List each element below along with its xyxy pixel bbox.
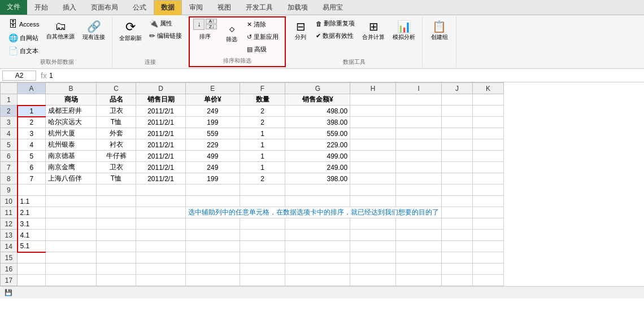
cell-E5[interactable]: 229 bbox=[186, 139, 240, 151]
cell-B6[interactable]: 南京德基 bbox=[46, 151, 97, 162]
cell-K11[interactable] bbox=[473, 207, 504, 218]
cell-F1[interactable]: 数量 bbox=[240, 94, 285, 106]
cell-H13[interactable] bbox=[350, 230, 396, 241]
col-header-G[interactable]: G bbox=[285, 83, 350, 94]
cell-J17[interactable] bbox=[442, 275, 473, 286]
cell-G13[interactable] bbox=[285, 230, 350, 241]
cell-A1[interactable] bbox=[18, 94, 46, 106]
cell-H7[interactable] bbox=[350, 162, 396, 173]
cell-F13[interactable] bbox=[240, 230, 285, 241]
cell-K12[interactable] bbox=[473, 218, 504, 230]
cell-J3[interactable] bbox=[442, 117, 473, 128]
split-button[interactable]: ⊟ 分列 bbox=[289, 17, 312, 43]
filter-button[interactable]: ⬦ 筛选 bbox=[220, 19, 243, 46]
cell-G14[interactable] bbox=[285, 241, 350, 252]
tab-insert[interactable]: 插入 bbox=[55, 0, 84, 15]
sort-za-button[interactable]: Z↓ bbox=[206, 24, 217, 29]
cell-D9[interactable] bbox=[136, 185, 186, 196]
cell-C12[interactable] bbox=[97, 218, 136, 230]
sheet-table-wrapper[interactable]: A B C D E F G H I J K 1 商场 bbox=[0, 82, 644, 286]
cell-I2[interactable] bbox=[396, 106, 442, 117]
cell-J6[interactable] bbox=[442, 151, 473, 162]
cell-K7[interactable] bbox=[473, 162, 504, 173]
cell-A17[interactable] bbox=[18, 275, 46, 286]
cell-J13[interactable] bbox=[442, 230, 473, 241]
cell-A9[interactable] bbox=[18, 185, 46, 196]
cell-I15[interactable] bbox=[396, 252, 442, 264]
cell-B1[interactable]: 商场 bbox=[46, 94, 97, 106]
cell-K6[interactable] bbox=[473, 151, 504, 162]
row-header-10[interactable]: 10 bbox=[1, 196, 18, 207]
cell-B15[interactable] bbox=[46, 252, 97, 264]
clear-button[interactable]: ✕ 清除 bbox=[244, 19, 281, 30]
cell-C7[interactable]: 卫衣 bbox=[97, 162, 136, 173]
cell-C9[interactable] bbox=[97, 185, 136, 196]
cell-E10[interactable] bbox=[186, 196, 240, 207]
row-header-4[interactable]: 4 bbox=[1, 128, 18, 139]
row-header-7[interactable]: 7 bbox=[1, 162, 18, 173]
row-header-12[interactable]: 12 bbox=[1, 218, 18, 230]
cell-D14[interactable] bbox=[136, 241, 186, 252]
cell-J5[interactable] bbox=[442, 139, 473, 151]
cell-I7[interactable] bbox=[396, 162, 442, 173]
cell-K9[interactable] bbox=[473, 185, 504, 196]
cell-A13[interactable]: 4.1 bbox=[18, 230, 46, 241]
cell-F2[interactable]: 2 bbox=[240, 106, 285, 117]
cell-I17[interactable] bbox=[396, 275, 442, 286]
cell-B13[interactable] bbox=[46, 230, 97, 241]
edit-links-button[interactable]: ✏ 编辑链接 bbox=[146, 30, 185, 42]
cell-C4[interactable]: 外套 bbox=[97, 128, 136, 139]
text-button[interactable]: 📄 自文本 bbox=[6, 45, 42, 57]
cell-I16[interactable] bbox=[396, 264, 442, 275]
col-header-I[interactable]: I bbox=[396, 83, 442, 94]
cell-C14[interactable] bbox=[97, 241, 136, 252]
cell-F7[interactable]: 1 bbox=[240, 162, 285, 173]
cell-D6[interactable]: 2011/2/1 bbox=[136, 151, 186, 162]
row-header-13[interactable]: 13 bbox=[1, 230, 18, 241]
row-header-3[interactable]: 3 bbox=[1, 117, 18, 128]
cell-K3[interactable] bbox=[473, 117, 504, 128]
cell-G17[interactable] bbox=[285, 275, 350, 286]
cell-E2[interactable]: 249 bbox=[186, 106, 240, 117]
cell-E14[interactable] bbox=[186, 241, 240, 252]
cell-H4[interactable] bbox=[350, 128, 396, 139]
cell-K10[interactable] bbox=[473, 196, 504, 207]
cell-F4[interactable]: 1 bbox=[240, 128, 285, 139]
cell-K1[interactable] bbox=[473, 94, 504, 106]
tab-review[interactable]: 审阅 bbox=[182, 0, 210, 15]
cell-D4[interactable]: 2011/2/1 bbox=[136, 128, 186, 139]
cell-I12[interactable] bbox=[396, 218, 442, 230]
cell-E17[interactable] bbox=[186, 275, 240, 286]
col-header-F[interactable]: F bbox=[240, 83, 285, 94]
other-sources-button[interactable]: 🗂 自其他来源 bbox=[43, 17, 78, 43]
cell-D16[interactable] bbox=[136, 264, 186, 275]
cell-C17[interactable] bbox=[97, 275, 136, 286]
row-header-1[interactable]: 1 bbox=[1, 94, 18, 106]
cell-F8[interactable]: 2 bbox=[240, 173, 285, 185]
cell-D17[interactable] bbox=[136, 275, 186, 286]
tab-formula[interactable]: 公式 bbox=[125, 0, 154, 15]
cell-C3[interactable]: T恤 bbox=[97, 117, 136, 128]
cell-E9[interactable] bbox=[186, 185, 240, 196]
row-header-15[interactable]: 15 bbox=[1, 252, 18, 264]
cell-E4[interactable]: 559 bbox=[186, 128, 240, 139]
cell-F3[interactable]: 2 bbox=[240, 117, 285, 128]
cell-E3[interactable]: 199 bbox=[186, 117, 240, 128]
cell-G2[interactable]: 498.00 bbox=[285, 106, 350, 117]
col-header-J[interactable]: J bbox=[442, 83, 473, 94]
cell-I10[interactable] bbox=[396, 196, 442, 207]
sort-asc-button[interactable]: ↓ bbox=[193, 19, 204, 30]
cell-I3[interactable] bbox=[396, 117, 442, 128]
remove-dup-button[interactable]: 🗑 删除重复项 bbox=[313, 17, 358, 29]
cell-A8[interactable]: 7 bbox=[18, 173, 46, 185]
cell-F16[interactable] bbox=[240, 264, 285, 275]
row-header-2[interactable]: 2 bbox=[1, 106, 18, 117]
cell-I5[interactable] bbox=[396, 139, 442, 151]
cell-J2[interactable] bbox=[442, 106, 473, 117]
connection-icon-btn[interactable]: 🔌 属性 bbox=[146, 17, 185, 29]
cell-G12[interactable] bbox=[285, 218, 350, 230]
cell-C6[interactable]: 牛仔裤 bbox=[97, 151, 136, 162]
cell-D7[interactable]: 2011/2/1 bbox=[136, 162, 186, 173]
cell-K5[interactable] bbox=[473, 139, 504, 151]
cell-B4[interactable]: 杭州大厦 bbox=[46, 128, 97, 139]
